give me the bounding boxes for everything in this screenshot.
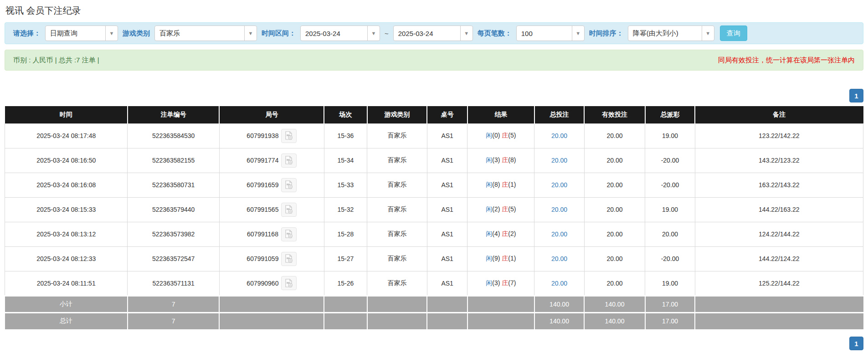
page-container: 视讯 会员下注纪录 请选择： 日期查询 ▼ 游戏类别 百家乐 ▼ 时间区间： 2… <box>0 0 868 358</box>
cell-session: 15-26 <box>324 271 367 296</box>
result-banker: 庄 <box>502 181 508 188</box>
cell-session: 15-28 <box>324 222 367 246</box>
time-sort-dropdown[interactable]: 降幂(由大到小) ▼ <box>628 26 714 41</box>
cell-round: 607991774 <box>219 148 324 173</box>
total-bet-link[interactable]: 20.00 <box>551 157 567 164</box>
time-range-label: 时间区间： <box>262 29 296 38</box>
cell-game-type: 百家乐 <box>367 148 427 173</box>
col-header-bet-id: 注单编号 <box>128 106 220 123</box>
select-type-dropdown[interactable]: 日期查询 ▼ <box>45 26 118 41</box>
result-banker-n: (1) <box>508 255 516 262</box>
cell-payout: 19.00 <box>645 123 695 148</box>
cell-total-bet: 20.00 <box>534 246 584 271</box>
result-player-n: (8) <box>492 181 500 188</box>
subtotal-count: 7 <box>128 296 220 312</box>
total-count: 7 <box>128 312 220 329</box>
cell-bet-id: 522363584530 <box>128 123 220 148</box>
summary-bar: 币别 : 人民币 | 总共 :7 注单 | 同局有效投注，统一计算在该局第一张注… <box>5 50 863 71</box>
total-bet-link[interactable]: 20.00 <box>551 280 567 287</box>
total-total-bet: 140.00 <box>534 312 584 329</box>
total-bet-link[interactable]: 20.00 <box>551 181 567 189</box>
cell-total-bet: 20.00 <box>534 271 584 296</box>
cell-table: AS1 <box>427 148 467 173</box>
round-number: 607991565 <box>247 206 278 213</box>
table-row: 2025-03-24 08:15:33 522363579440 6079915… <box>5 197 863 222</box>
cell-remark: 144.22/163.22 <box>695 197 863 222</box>
per-page-dropdown[interactable]: 100 ▼ <box>516 26 585 41</box>
cell-game-type: 百家乐 <box>367 123 427 148</box>
chevron-down-icon: ▼ <box>702 26 714 41</box>
query-button[interactable]: 查询 <box>720 26 747 41</box>
col-header-valid-bet: 有效投注 <box>584 106 645 123</box>
cell-valid-bet: 20.00 <box>584 246 645 271</box>
result-banker: 庄 <box>502 279 508 286</box>
cell-result: 闲(4) 庄(2) <box>467 222 534 246</box>
cell-remark: 144.22/124.22 <box>695 246 863 271</box>
chevron-down-icon: ▼ <box>460 26 473 41</box>
cell-game-type: 百家乐 <box>367 222 427 246</box>
cell-total-bet: 20.00 <box>534 222 584 246</box>
total-bet-link[interactable]: 20.00 <box>551 255 567 262</box>
video-replay-button[interactable] <box>281 227 297 241</box>
cell-bet-id: 522363572547 <box>128 246 220 271</box>
cell-bet-id: 522363582155 <box>128 148 220 173</box>
cell-game-type: 百家乐 <box>367 197 427 222</box>
table-row: 2025-03-24 08:12:33 522363572547 6079910… <box>5 246 863 271</box>
cell-table: AS1 <box>427 173 467 197</box>
cell-payout: -20.00 <box>645 246 695 271</box>
subtotal-label: 小计 <box>5 296 128 312</box>
cell-time: 2025-03-24 08:15:33 <box>5 197 128 222</box>
cell-remark: 163.22/143.22 <box>695 173 863 197</box>
result-banker-n: (5) <box>508 132 516 139</box>
result-player-n: (9) <box>492 255 500 262</box>
video-file-icon <box>284 131 294 141</box>
cell-round: 607991168 <box>219 222 324 246</box>
cell-result: 闲(8) 庄(1) <box>467 173 534 197</box>
cell-remark: 143.22/123.22 <box>695 148 863 173</box>
video-replay-button[interactable] <box>281 129 297 143</box>
total-label: 总计 <box>5 312 128 329</box>
cell-valid-bet: 20.00 <box>584 197 645 222</box>
select-type-value: 日期查询 <box>46 26 105 41</box>
date-to-value: 2025-03-24 <box>394 26 460 41</box>
result-banker: 庄 <box>502 156 508 164</box>
cell-round: 607990960 <box>219 271 324 296</box>
total-bet-link[interactable]: 20.00 <box>551 206 567 213</box>
filter-bar: 请选择： 日期查询 ▼ 游戏类别 百家乐 ▼ 时间区间： 2025-03-24 … <box>5 22 863 44</box>
video-replay-button[interactable] <box>281 178 297 192</box>
cell-payout: -20.00 <box>645 173 695 197</box>
date-to-dropdown[interactable]: 2025-03-24 ▼ <box>393 26 473 41</box>
chevron-down-icon: ▼ <box>572 26 584 41</box>
cell-table: AS1 <box>427 123 467 148</box>
total-bet-link[interactable]: 20.00 <box>551 230 567 238</box>
cell-result: 闲(0) 庄(5) <box>467 123 534 148</box>
cell-table: AS1 <box>427 222 467 246</box>
subtotal-row: 小计 7 140.00 140.00 17.00 <box>5 296 863 312</box>
total-bet-link[interactable]: 20.00 <box>551 132 567 139</box>
game-type-dropdown[interactable]: 百家乐 ▼ <box>154 26 257 41</box>
col-header-time: 时间 <box>5 106 128 123</box>
subtotal-valid-bet: 140.00 <box>584 296 645 312</box>
page-1-button[interactable]: 1 <box>849 337 863 350</box>
chevron-down-icon: ▼ <box>105 26 118 41</box>
result-banker-n: (2) <box>508 230 516 237</box>
result-player: 闲 <box>486 181 492 188</box>
total-payout: 17.00 <box>645 312 695 329</box>
video-replay-button[interactable] <box>281 203 297 217</box>
page-1-button[interactable]: 1 <box>849 89 863 102</box>
video-replay-button[interactable] <box>281 276 297 290</box>
video-file-icon <box>284 229 294 239</box>
cell-round: 607991565 <box>219 197 324 222</box>
cell-remark: 125.22/144.22 <box>695 271 863 296</box>
result-player: 闲 <box>486 132 492 139</box>
cell-payout: -20.00 <box>645 148 695 173</box>
video-replay-button[interactable] <box>281 153 297 168</box>
col-header-session: 场次 <box>324 106 367 123</box>
date-range-separator: ~ <box>385 30 389 37</box>
cell-remark: 124.22/144.22 <box>695 222 863 246</box>
video-replay-button[interactable] <box>281 252 297 266</box>
cell-bet-id: 522363580731 <box>128 173 220 197</box>
cell-session: 15-36 <box>324 123 367 148</box>
date-from-dropdown[interactable]: 2025-03-24 ▼ <box>300 26 380 41</box>
cell-total-bet: 20.00 <box>534 123 584 148</box>
